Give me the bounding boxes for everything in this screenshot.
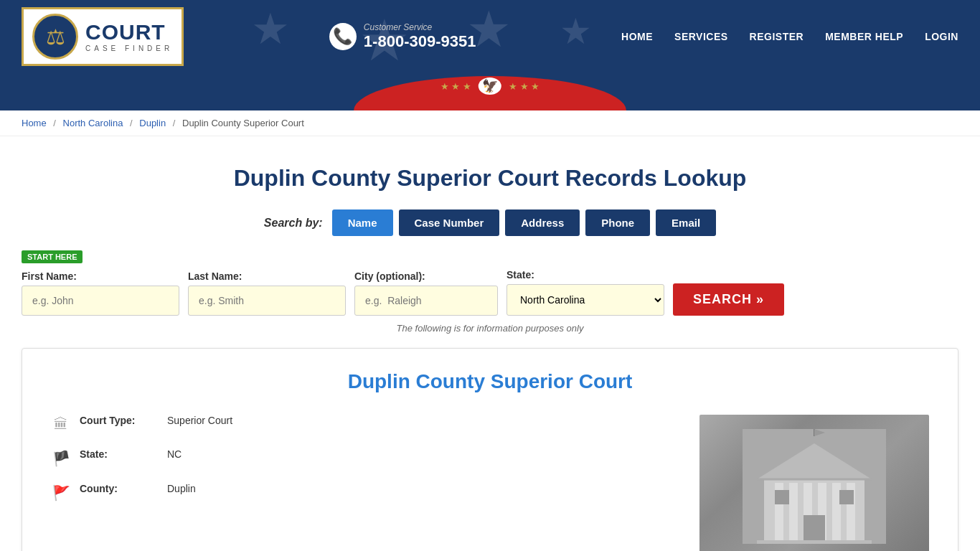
- svg-rect-11: [775, 490, 789, 504]
- svg-rect-13: [757, 540, 872, 544]
- state-select[interactable]: North Carolina Alabama Alaska Arizona Ca…: [507, 284, 664, 316]
- breadcrumb-current: Duplin County Superior Court: [182, 118, 304, 128]
- court-type-icon: 🏛: [51, 416, 71, 433]
- court-building-image: [699, 415, 929, 551]
- nav-member-help[interactable]: MEMBER HELP: [825, 31, 903, 42]
- tab-address[interactable]: Address: [505, 209, 580, 236]
- court-type-label: Court Type:: [80, 415, 159, 426]
- logo-court-text: COURT: [85, 22, 173, 43]
- city-input[interactable]: [354, 286, 498, 316]
- nav-login[interactable]: LOGIN: [925, 31, 958, 42]
- last-name-group: Last Name:: [188, 270, 346, 316]
- main-nav: HOME SERVICES REGISTER MEMBER HELP LOGIN: [621, 31, 958, 42]
- breadcrumb-sep-1: /: [53, 118, 56, 128]
- court-type-value: Superior Court: [167, 415, 232, 426]
- breadcrumb: Home / North Carolina / Duplin / Duplin …: [0, 110, 980, 136]
- court-info-layout: 🏛 Court Type: Superior Court 🏴 State: NC…: [51, 415, 929, 551]
- star-decor: ★: [251, 4, 290, 54]
- court-state-label: State:: [80, 448, 159, 460]
- first-name-group: First Name:: [22, 270, 179, 316]
- stars-right: ★ ★ ★: [509, 81, 540, 92]
- logo-subtitle-text: CASE FINDER: [85, 44, 173, 52]
- city-group: City (optional):: [354, 270, 498, 316]
- search-form-container: START HERE First Name: Last Name: City (…: [22, 250, 958, 316]
- search-by-row: Search by: Name Case Number Address Phon…: [22, 209, 958, 236]
- site-header: ★ ★ ★ ★ ⚖ COURT CASE FINDER 📞 Customer S…: [0, 0, 980, 73]
- nav-services[interactable]: SERVICES: [674, 31, 728, 42]
- phone-icon: 📞: [329, 23, 357, 50]
- city-label: City (optional):: [354, 270, 498, 282]
- first-name-input[interactable]: [22, 286, 179, 316]
- search-form-row: First Name: Last Name: City (optional): …: [22, 269, 958, 316]
- info-notice: The following is for information purpose…: [22, 323, 958, 334]
- court-county-row: 🚩 County: Duplin: [51, 483, 671, 501]
- building-svg: [743, 429, 886, 544]
- court-info-card: Duplin County Superior Court 🏛 Court Typ…: [22, 348, 958, 551]
- nav-home[interactable]: HOME: [621, 31, 653, 42]
- tab-case-number[interactable]: Case Number: [399, 209, 500, 236]
- breadcrumb-state[interactable]: North Carolina: [63, 118, 123, 128]
- court-county-label: County:: [80, 483, 159, 494]
- cs-phone: 1-800-309-9351: [364, 32, 476, 51]
- court-info-table: 🏛 Court Type: Superior Court 🏴 State: NC…: [51, 415, 671, 517]
- svg-rect-5: [789, 483, 798, 544]
- last-name-label: Last Name:: [188, 270, 346, 282]
- court-state-value: NC: [167, 448, 182, 460]
- svg-rect-12: [839, 490, 854, 504]
- site-logo[interactable]: ⚖ COURT CASE FINDER: [22, 7, 184, 66]
- search-by-label: Search by:: [264, 217, 323, 230]
- main-content: Duplin County Superior Court Records Loo…: [0, 136, 980, 551]
- court-county-icon: 🚩: [51, 484, 71, 501]
- logo-circle: ⚖: [32, 14, 78, 60]
- svg-rect-10: [804, 515, 825, 544]
- red-arch-container: ★ ★ ★ 🦅 ★ ★ ★: [354, 73, 626, 113]
- eagle-icon: 🦅: [479, 77, 501, 95]
- court-county-value: Duplin: [167, 483, 196, 494]
- scales-icon: ⚖: [46, 24, 65, 50]
- stars-left: ★ ★ ★: [440, 81, 471, 92]
- last-name-input[interactable]: [188, 286, 346, 316]
- start-here-badge: START HERE: [22, 250, 83, 263]
- tab-name[interactable]: Name: [332, 209, 393, 236]
- logo-text: COURT CASE FINDER: [85, 22, 173, 52]
- cs-info: Customer Service 1-800-309-9351: [364, 22, 476, 51]
- star-decor: ★: [560, 11, 592, 52]
- breadcrumb-county[interactable]: Duplin: [139, 118, 166, 128]
- page-title: Duplin County Superior Court Records Loo…: [22, 165, 958, 192]
- state-group: State: North Carolina Alabama Alaska Ari…: [507, 269, 664, 316]
- tab-phone[interactable]: Phone: [585, 209, 650, 236]
- eagle-row: ★ ★ ★ 🦅 ★ ★ ★: [440, 77, 540, 95]
- court-card-title: Duplin County Superior Court: [51, 370, 929, 393]
- cs-label: Customer Service: [364, 22, 476, 32]
- state-label: State:: [507, 269, 664, 281]
- eagle-banner: ★ ★ ★ 🦅 ★ ★ ★: [0, 73, 980, 110]
- breadcrumb-sep-2: /: [130, 118, 133, 128]
- nav-register[interactable]: REGISTER: [750, 31, 804, 42]
- first-name-label: First Name:: [22, 270, 179, 282]
- tab-email[interactable]: Email: [656, 209, 716, 236]
- breadcrumb-sep-3: /: [173, 118, 176, 128]
- court-type-row: 🏛 Court Type: Superior Court: [51, 415, 671, 433]
- court-state-icon: 🏴: [51, 450, 71, 467]
- search-button[interactable]: SEARCH »: [673, 283, 784, 316]
- customer-service: 📞 Customer Service 1-800-309-9351: [329, 22, 476, 51]
- court-state-row: 🏴 State: NC: [51, 448, 671, 467]
- court-image: [699, 415, 929, 551]
- breadcrumb-home[interactable]: Home: [22, 118, 47, 128]
